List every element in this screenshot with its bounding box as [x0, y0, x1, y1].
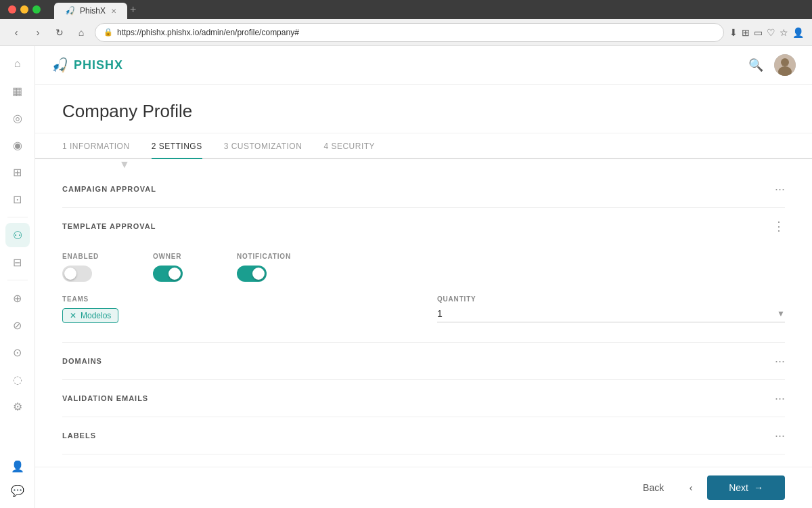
notification-toggle-track: [237, 266, 267, 282]
search-button[interactable]: 🔍: [748, 58, 763, 72]
new-tab-button[interactable]: +: [130, 3, 136, 16]
enabled-toggle-thumb: [64, 268, 76, 280]
org-icon: ⊟: [13, 256, 22, 269]
app-container: ⌂ ▦ ◎ ◉ ⊞ ⊡ ⚇ ⊟: [0, 46, 812, 508]
team-tag-remove-button[interactable]: ✕: [70, 311, 76, 320]
sidebar-divider-1: [7, 217, 28, 217]
sidebar-item-library[interactable]: ⊞: [5, 160, 30, 184]
sidebar-toggle-button[interactable]: ▭: [754, 27, 763, 38]
sidebar-item-org[interactable]: ⊟: [5, 250, 30, 274]
sidebar-item-search[interactable]: ⊙: [5, 340, 30, 364]
quantity-selector[interactable]: 1 ▼: [437, 308, 785, 322]
dashboard-icon: ▦: [12, 85, 22, 98]
downloads-button[interactable]: ⬇: [729, 27, 738, 38]
bookmarks-button[interactable]: ♡: [767, 27, 775, 38]
owner-field: OWNER: [153, 253, 183, 282]
page-title-section: Company Profile: [35, 85, 812, 133]
browser-titlebar: 🎣 PhishX ✕ +: [0, 0, 812, 19]
search-icon: ⊙: [13, 346, 22, 359]
tab-security[interactable]: 4 SECURITY: [323, 133, 375, 159]
sidebar-item-monitor[interactable]: ⊘: [5, 313, 30, 337]
sidebar-item-dashboard[interactable]: ▦: [5, 79, 30, 103]
sidebar-item-integrations[interactable]: ⚙: [5, 394, 30, 419]
approval-toggles-row: ENABLED OWNER: [62, 245, 785, 287]
domains-section: DOMAINS ···: [62, 343, 785, 380]
enabled-toggle[interactable]: [62, 266, 92, 282]
sidebar-item-chat[interactable]: 💬: [5, 478, 30, 503]
next-arrow-icon: →: [754, 482, 763, 493]
sidebar-item-visibility[interactable]: ◌: [5, 367, 30, 391]
integrations-icon: ⚙: [13, 400, 22, 413]
back-nav-button[interactable]: ‹: [8, 24, 24, 41]
traffic-lights: [8, 5, 41, 14]
monitor-icon: ⊘: [13, 319, 22, 332]
active-tab[interactable]: 🎣 PhishX ✕: [54, 3, 127, 19]
tab-favicon-icon: 🎣: [65, 6, 74, 16]
sidebar-bottom: 👤 💬: [5, 454, 30, 503]
reports-icon: ⊡: [13, 193, 22, 206]
close-window-button[interactable]: [8, 5, 16, 14]
browser-window: 🎣 PhishX ✕ + ‹ › ↻ ⌂ 🔒 https://phishx.ph…: [0, 0, 812, 508]
template-approval-header[interactable]: TEMPLATE APPROVAL ⋮: [62, 208, 785, 245]
campaign-approval-header[interactable]: CAMPAIGN APPROVAL ···: [62, 171, 785, 207]
owner-toggle-track: [153, 266, 183, 282]
sidebar-item-campaigns[interactable]: ◎: [5, 106, 30, 130]
notification-toggle[interactable]: [237, 266, 267, 282]
teams-label: TEAMS: [62, 295, 410, 303]
quantity-value: 1: [437, 308, 777, 319]
minimize-window-button[interactable]: [20, 5, 28, 14]
page-title: Company Profile: [62, 101, 785, 122]
teams-quantity-row: TEAMS ✕ Modelos QUANTITY: [62, 287, 785, 329]
svg-point-1: [781, 58, 789, 66]
home-icon: ⌂: [14, 58, 21, 70]
user-avatar[interactable]: [774, 54, 796, 76]
reload-button[interactable]: ↻: [51, 24, 68, 41]
sidebar-item-phishing[interactable]: ◉: [5, 133, 30, 157]
validation-emails-menu-button[interactable]: ···: [775, 392, 785, 404]
tab-settings[interactable]: 2 SETTINGS: [152, 133, 202, 159]
tabs-bar: 1 INFORMATION 2 SETTINGS 3 CUSTOMIZATION…: [35, 133, 812, 159]
tab-indicator: ▼: [35, 158, 812, 171]
validation-emails-section: VALIDATION EMAILS ···: [62, 380, 785, 417]
teams-tags: ✕ Modelos: [62, 308, 410, 323]
header-actions: 🔍: [748, 54, 796, 76]
address-bar[interactable]: 🔒 https://phishx.phishx.io/admin/en/prof…: [95, 23, 724, 42]
domains-menu-button[interactable]: ···: [775, 355, 785, 367]
labels-header[interactable]: LABELS ···: [62, 417, 785, 454]
campaigns-icon: ◎: [13, 112, 22, 125]
tab-customization[interactable]: 3 CUSTOMIZATION: [224, 133, 302, 159]
owner-label: OWNER: [153, 253, 183, 260]
sidebar-item-home[interactable]: ⌂: [5, 51, 30, 76]
sidebar-item-reports[interactable]: ⊡: [5, 187, 30, 211]
home-button[interactable]: ⌂: [73, 24, 89, 41]
url-text: https://phishx.phishx.io/admin/en/profil…: [117, 28, 299, 37]
profile-button[interactable]: 👤: [792, 27, 804, 38]
domains-header[interactable]: DOMAINS ···: [62, 343, 785, 379]
maximize-window-button[interactable]: [32, 5, 41, 14]
top-header: 🎣 PHISHX 🔍: [35, 46, 812, 85]
user-profile-icon: 👤: [11, 460, 24, 473]
labels-menu-button[interactable]: ···: [775, 429, 785, 442]
library-icon: ⊞: [13, 166, 22, 179]
campaign-approval-menu-button[interactable]: ···: [775, 183, 785, 195]
owner-toggle[interactable]: [153, 266, 183, 282]
tab-arrow-icon: ▼: [119, 158, 130, 171]
campaign-approval-title: CAMPAIGN APPROVAL: [62, 185, 156, 193]
sidebar-item-users[interactable]: ⚇: [5, 223, 30, 247]
users-icon: ⚇: [13, 229, 22, 242]
sidebar-item-data[interactable]: ⊕: [5, 286, 30, 310]
forward-nav-button[interactable]: ›: [30, 24, 46, 41]
sidebar-item-user-profile[interactable]: 👤: [5, 454, 30, 478]
tab-close-button[interactable]: ✕: [111, 7, 116, 15]
enabled-field: ENABLED: [62, 253, 99, 282]
reader-button[interactable]: ☆: [780, 27, 788, 38]
next-button[interactable]: Next →: [707, 475, 785, 500]
back-button[interactable]: Back: [632, 477, 675, 499]
template-approval-menu-button[interactable]: ⋮: [773, 220, 785, 232]
tab-information[interactable]: 1 INFORMATION: [62, 133, 130, 159]
sidebar: ⌂ ▦ ◎ ◉ ⊞ ⊡ ⚇ ⊟: [0, 46, 35, 508]
validation-emails-header[interactable]: VALIDATION EMAILS ···: [62, 380, 785, 417]
quantity-dropdown-icon: ▼: [777, 309, 785, 318]
prev-page-button[interactable]: ‹: [683, 480, 699, 496]
extensions-button[interactable]: ⊞: [742, 27, 750, 38]
